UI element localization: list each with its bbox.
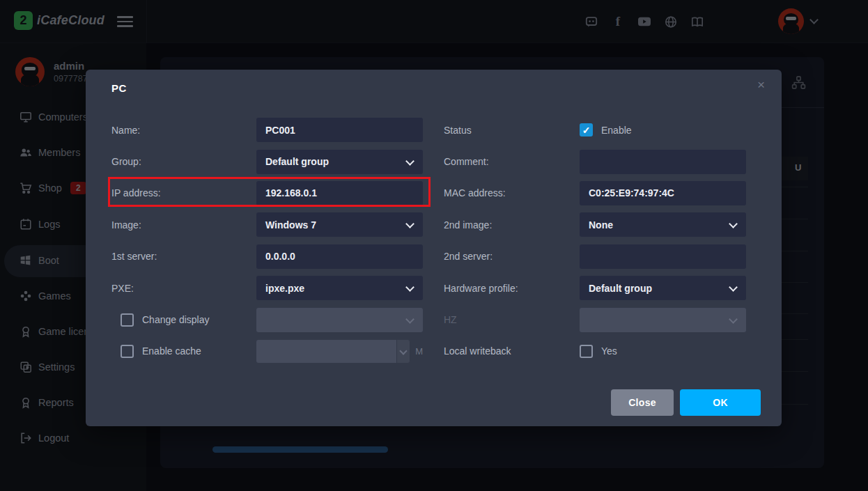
pxe-select[interactable]: ipxe.pxe (256, 276, 423, 300)
name-label: Name: (111, 125, 256, 136)
second-image-select[interactable]: None (580, 212, 746, 237)
group-select[interactable]: Default group (256, 150, 423, 174)
pc-edit-modal: PC × Name: PC001 Group: Default group IP… (86, 70, 782, 426)
ok-button[interactable]: OK (680, 389, 761, 416)
close-button[interactable]: Close (611, 389, 674, 416)
hz-select (580, 308, 746, 332)
cache-size-input (256, 340, 396, 363)
ip-address-highlight-box (108, 177, 431, 207)
second-server-input[interactable] (580, 244, 746, 269)
status-enable-checkbox[interactable]: ✓ (580, 123, 593, 137)
hz-label: HZ (444, 314, 580, 325)
mac-address-label: MAC address: (444, 187, 580, 198)
status-enable-label: Enable (601, 125, 632, 136)
change-display-checkbox[interactable] (121, 313, 134, 327)
enable-cache-checkbox[interactable] (121, 345, 134, 358)
modal-title: PC (111, 82, 127, 94)
image-select[interactable]: Windows 7 (256, 212, 423, 237)
mac-address-input[interactable]: C0:25:E9:74:97:4C (580, 181, 746, 205)
change-display-select (256, 308, 423, 332)
local-writeback-yes-label: Yes (601, 345, 617, 357)
second-server-label: 2nd server: (444, 251, 580, 262)
close-icon[interactable]: × (757, 78, 765, 91)
first-server-input[interactable]: 0.0.0.0 (256, 244, 423, 269)
change-display-label: Change display (142, 314, 210, 325)
name-input[interactable]: PC001 (256, 118, 423, 142)
status-label: Status (444, 125, 580, 136)
icafecloud-app: 2 iCafeCloud f (0, 0, 868, 491)
image-label: Image: (111, 219, 256, 231)
comment-label: Comment: (444, 156, 580, 167)
second-image-label: 2nd image: (444, 219, 580, 231)
local-writeback-label: Local writeback (444, 345, 580, 357)
cache-stepper (396, 340, 410, 363)
first-server-label: 1st server: (111, 251, 256, 262)
enable-cache-label: Enable cache (142, 345, 201, 357)
hardware-profile-select[interactable]: Default group (580, 276, 746, 300)
cache-unit-label: M (415, 346, 423, 357)
local-writeback-checkbox[interactable] (580, 345, 593, 358)
group-label: Group: (111, 156, 256, 167)
pxe-label: PXE: (111, 283, 256, 294)
comment-input[interactable] (580, 150, 746, 174)
hardware-profile-label: Hardware profile: (444, 283, 580, 294)
